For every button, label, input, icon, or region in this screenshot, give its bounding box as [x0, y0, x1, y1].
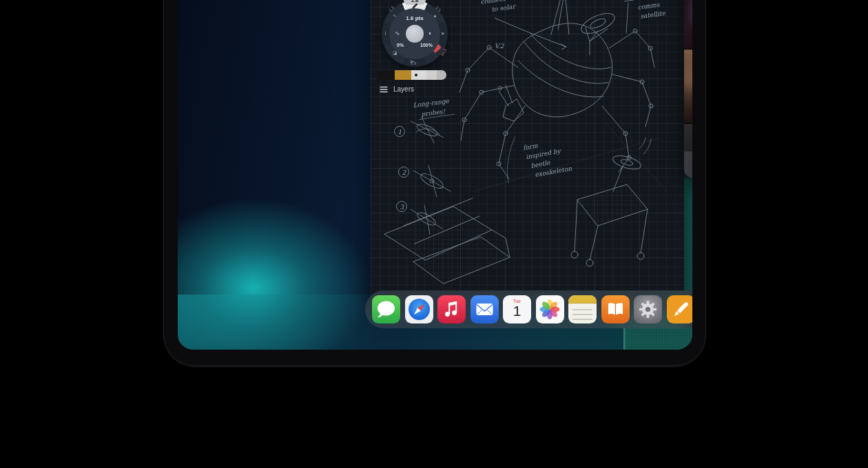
swatch-gray[interactable] — [426, 70, 437, 80]
dock-app-music[interactable] — [437, 295, 466, 323]
tool-options-disc[interactable]: 1.6 pts ∿ ◐ 0% 100% — [389, 8, 440, 59]
annotation-comms-2: satellite — [640, 10, 666, 20]
opacity-max-label: 100% — [420, 43, 433, 47]
tool-wheel[interactable]: 1.6 1.3 3.5 14.5 6.9 ∿ ▲ ➤ ⌇ ◪ ▻ 1.6 pts — [382, 1, 448, 67]
dock-app-photos[interactable] — [536, 295, 564, 323]
annotation-num-1: 1 — [398, 129, 402, 136]
swatch-dark-gray[interactable] — [437, 70, 446, 80]
line-tool-icon: ⌇ — [384, 31, 386, 36]
dock-app-settings[interactable] — [634, 295, 662, 323]
dock-app-messages[interactable] — [372, 295, 400, 323]
pen-tool-icon: ➤ — [441, 31, 445, 36]
dock-app-drawing[interactable] — [667, 295, 693, 323]
mail-envelope-icon — [471, 295, 499, 323]
photo-horsehead-nebula[interactable] — [684, 0, 692, 49]
notes-icon — [568, 295, 597, 304]
annotation-connect-2: to solar — [491, 3, 517, 13]
promo-stage: connect to solar comms satellite V.2 Lon… — [0, 0, 868, 468]
fill-tool-icon: ▻ — [411, 58, 414, 63]
layers-menu-icon — [380, 86, 388, 93]
photos-app-window[interactable]: Months All — [684, 0, 692, 178]
annotation-comms-1: comms — [637, 1, 661, 11]
stroke-size-label: 1.6 pts — [389, 15, 440, 21]
annotation-version: V.2 — [495, 43, 505, 50]
layers-label: Layers — [393, 85, 414, 93]
opacity-min-label: 0% — [397, 43, 404, 47]
music-note-icon — [437, 295, 466, 323]
ipad-screen: connect to solar comms satellite V.2 Lon… — [178, 0, 692, 350]
dock: Tue 1 — [365, 290, 692, 328]
dock-app-calendar[interactable]: Tue 1 — [503, 295, 531, 323]
swatch-black[interactable] — [377, 70, 395, 80]
annotation-num-3: 3 — [400, 204, 405, 211]
annotation-probes-2: probes! — [420, 108, 446, 118]
swatch-light-gray-selected[interactable] — [411, 70, 426, 80]
photos-view-switcher: Months All — [684, 151, 692, 178]
color-swatch-bar[interactable] — [377, 70, 446, 80]
annotation-beetle-3: beetle — [530, 159, 551, 169]
dock-app-safari[interactable] — [405, 295, 433, 323]
swatch-gold[interactable] — [395, 70, 411, 80]
settings-gear-glyph — [634, 295, 662, 323]
annotation-beetle-1: form — [523, 142, 539, 151]
texture-icon: ∿ — [395, 30, 400, 36]
drawing-pen-icon — [667, 295, 693, 323]
annotation-num-2: 2 — [402, 169, 407, 176]
safari-compass-icon — [409, 299, 430, 320]
dock-app-mail[interactable] — [471, 295, 499, 323]
dock-app-books[interactable] — [601, 295, 630, 323]
messages-bubble-icon — [372, 295, 400, 323]
photo-mars-surface[interactable] — [684, 50, 692, 123]
pencil-tool-icon — [411, 2, 419, 10]
layers-button[interactable]: Layers — [380, 85, 414, 93]
dock-app-notes[interactable] — [568, 295, 597, 323]
annotation-probes-1: Long-range — [413, 98, 450, 109]
concepts-app-window[interactable]: connect to solar comms satellite V.2 Lon… — [371, 0, 684, 303]
selected-swatch-dot — [415, 74, 417, 76]
opacity-half-icon: ◐ — [428, 30, 432, 36]
books-open-book-icon — [601, 295, 630, 323]
tool-preview-core[interactable] — [406, 25, 424, 43]
calendar-day: 1 — [503, 304, 531, 319]
